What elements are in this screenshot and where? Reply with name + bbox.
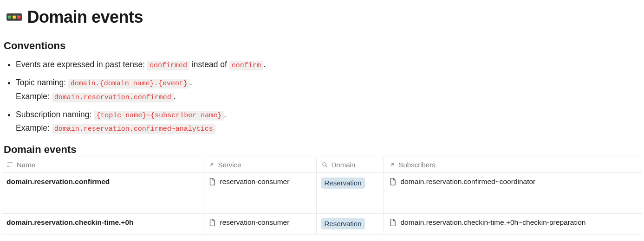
subscriber-link: domain.reservation.confirmed~coordinator [401,178,536,186]
convention-item: Events are expressed in past tense: conf… [16,58,642,71]
conventions-list: Events are expressed in past tense: conf… [2,58,642,134]
column-header-subscribers[interactable]: Subscribers [384,157,642,173]
arrow-ne-icon [208,161,215,168]
column-label: Name [17,161,35,169]
convention-item: Topic naming: domain.{domain_name}.{even… [16,76,642,103]
table-row[interactable]: domain.reservation.confirmed reservation… [2,173,642,214]
cell-domain[interactable]: Reservation [316,173,384,214]
cell-subscribers[interactable]: domain.reservation.checkin-time.+0h~chec… [384,214,642,235]
text: . [263,60,266,69]
cell-subscribers[interactable]: domain.reservation.confirmed~coordinator [384,173,642,214]
column-header-domain[interactable]: Domain [316,157,384,173]
page-icon [208,218,216,227]
code-literal: domain.reservation.confirmed [52,93,174,102]
cell-name[interactable]: domain.reservation.confirmed [2,173,203,214]
cell-domain[interactable]: Reservation [316,214,384,235]
arrow-ne-icon [389,161,396,168]
table-row[interactable]: domain.reservation.checkin-time.+0h rese… [2,214,642,235]
service-link: reservation-consumer [220,178,290,186]
text: . [174,92,176,101]
convention-item: Subscription naming: {topic_name}~{subsc… [16,108,642,135]
cell-service[interactable]: reservation-consumer [203,173,316,214]
code-literal: {topic_name}~{subscriber_name} [94,111,224,120]
column-label: Service [218,161,241,169]
domain-tag: Reservation [321,218,365,229]
cell-name[interactable]: domain.reservation.checkin-time.+0h [2,214,203,235]
table-heading: Domain events [4,144,642,156]
column-header-name[interactable]: Name [2,157,203,173]
text: . [190,78,192,87]
code-literal: confirmed [147,61,189,70]
column-label: Domain [332,161,356,169]
column-label: Subscribers [399,161,436,169]
code-literal: domain.reservation.confirmed~analytics [52,124,215,134]
domain-events-table: Name Service Domain [2,157,642,235]
text: instead of [189,60,229,69]
column-header-service[interactable]: Service [203,157,316,173]
cell-service[interactable]: reservation-consumer [203,214,316,235]
text: Topic naming: [16,78,68,87]
page-icon [389,218,397,227]
page-title: 🚥 Domain events [6,7,642,27]
code-literal: domain.{domain_name}.{event} [68,79,190,89]
page-icon [208,178,216,186]
page-emoji: 🚥 [6,10,23,24]
text: Events are expressed in past tense: [16,60,147,69]
service-link: reservation-consumer [220,218,290,227]
subscriber-link: domain.reservation.checkin-time.+0h~chec… [401,218,586,227]
search-icon [321,161,328,168]
title-icon [7,161,13,168]
page-title-text: Domain events [27,7,143,27]
conventions-heading: Conventions [4,40,642,52]
page-icon [389,178,397,186]
text: . [224,110,226,119]
domain-tag: Reservation [321,178,365,189]
code-literal: confirm [229,61,263,70]
text: Example: [16,123,52,133]
text: Subscription naming: [16,110,94,119]
text: Example: [16,92,52,101]
